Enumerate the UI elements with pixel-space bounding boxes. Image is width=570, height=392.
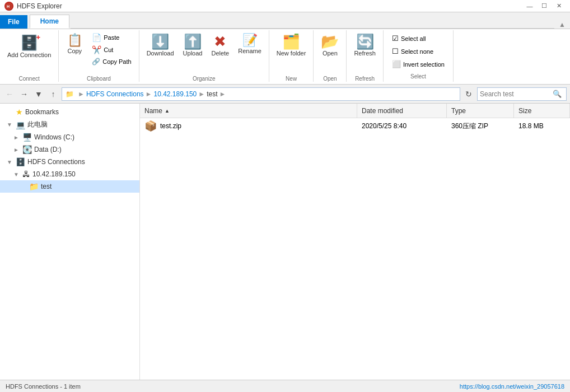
ribbon-select-group: ☑ Select all ☐ Select none ⬜ Invert sele… [384, 30, 454, 82]
select-none-label: Select none [401, 48, 433, 55]
copy-path-label: Copy Path [102, 58, 131, 65]
close-button[interactable]: ✕ [552, 2, 566, 11]
expand-icon-d: ► [13, 147, 20, 153]
sidebar-item-test[interactable]: 📁 test [0, 180, 139, 193]
drive-icon-d: 💽 [22, 145, 32, 154]
paste-label: Paste [104, 34, 119, 41]
tab-bar: File Home ▲ [0, 12, 570, 29]
address-refresh-button[interactable]: ↻ [462, 88, 475, 100]
ribbon-clipboard-items: 📋 Copy 📄 Paste ✂️ Cut 🔗 Copy Path [62, 31, 135, 74]
sort-arrow: ▲ [165, 108, 170, 114]
addressbar-area: ← → ▼ ↑ 📁 ► HDFS Connections ► 10.42.189… [0, 85, 570, 104]
add-connection-button[interactable]: 🗄️ + Add Connection [3, 31, 55, 62]
ribbon-refresh-group: 🔄 Refresh Refresh [347, 30, 384, 82]
new-folder-button[interactable]: 🗂️ New folder [273, 31, 310, 60]
sidebar-item-this-pc[interactable]: ▼ 💻 此电脑 [0, 118, 139, 131]
tab-file[interactable]: File [0, 15, 27, 29]
ribbon-collapse-button[interactable]: ▲ [554, 21, 570, 29]
refresh-button[interactable]: 🔄 Refresh [350, 31, 380, 60]
ribbon: 🗄️ + Add Connection Connect 📋 Copy 📄 Pas… [0, 29, 570, 85]
address-bar[interactable]: 📁 ► HDFS Connections ► 10.42.189.150 ► t… [62, 87, 460, 101]
copy-path-icon: 🔗 [92, 58, 100, 66]
upload-icon: ⬆️ [184, 34, 202, 49]
clipboard-group-label: Clipboard [87, 76, 111, 82]
file-name: 📦 test.zip [140, 120, 357, 132]
rename-icon: 📝 [242, 34, 258, 46]
file-list-header: Name ▲ Date modified Type Size [140, 104, 570, 118]
table-row[interactable]: 📦 test.zip 2020/5/25 8:40 360压缩 ZIP 18.8… [140, 118, 570, 134]
select-all-button[interactable]: ☑ Select all [388, 32, 448, 44]
crumb-ip[interactable]: 10.42.189.150 [154, 90, 197, 98]
sidebar-item-hdfs[interactable]: ▼ 🗄️ HDFS Connections [0, 156, 139, 168]
col-date-label: Date modified [362, 107, 403, 115]
sidebar-item-bookmarks[interactable]: ★ Bookmarks [0, 106, 139, 118]
sidebar-item-data-d[interactable]: ► 💽 Data (D:) [0, 143, 139, 156]
sidebar-item-ip[interactable]: ▼ 🖧 10.42.189.150 [0, 168, 139, 180]
forward-button[interactable]: → [18, 88, 30, 100]
col-header-name[interactable]: Name ▲ [140, 104, 357, 118]
file-type: 360压缩 ZIP [447, 122, 514, 131]
file-date: 2020/5/25 8:40 [357, 122, 447, 130]
cut-button[interactable]: ✂️ Cut [88, 44, 135, 56]
refresh-group-label: Refresh [355, 76, 375, 82]
col-header-type[interactable]: Type [447, 104, 514, 118]
up-button[interactable]: ↑ [47, 88, 59, 100]
select-all-icon: ☑ [392, 34, 399, 43]
col-header-size[interactable]: Size [514, 104, 570, 118]
select-none-button[interactable]: ☐ Select none [388, 45, 448, 57]
crumb-hdfs[interactable]: HDFS Connections [86, 90, 144, 98]
search-icon[interactable]: 🔍 [553, 90, 562, 98]
connect-group-label: Connect [19, 76, 40, 82]
download-label: Download [147, 50, 174, 57]
paste-icon: 📄 [92, 33, 101, 42]
app-title: HDFS Explorer [17, 2, 62, 10]
ribbon-clipboard-group: 📋 Copy 📄 Paste ✂️ Cut 🔗 Copy Path Clipbo… [59, 30, 139, 82]
expand-icon-ip: ▼ [13, 171, 20, 178]
invert-selection-button[interactable]: ⬜ Invert selection [388, 58, 448, 70]
maximize-button[interactable]: ☐ [538, 2, 551, 11]
search-input[interactable] [480, 90, 553, 98]
ribbon-connect-items: 🗄️ + Add Connection [3, 31, 55, 74]
tab-home[interactable]: Home [30, 15, 69, 29]
hdfs-icon: 🗄️ [16, 157, 25, 166]
title-bar: H HDFS Explorer — ☐ ✕ [0, 0, 570, 12]
search-bar: 🔍 [477, 87, 567, 101]
ribbon-open-group: 📂 Open Open [314, 30, 347, 82]
col-type-label: Type [451, 107, 466, 115]
back-button[interactable]: ← [3, 88, 16, 100]
delete-button[interactable]: ✖ Delete [207, 31, 233, 60]
ribbon-organize-group: ⬇️ Download ⬆️ Upload ✖ Delete 📝 Rename … [139, 30, 269, 82]
refresh-label: Refresh [354, 50, 376, 57]
select-none-icon: ☐ [392, 47, 399, 55]
ip-label: 10.42.189.150 [32, 170, 76, 178]
copy-path-button[interactable]: 🔗 Copy Path [88, 56, 135, 67]
col-header-date[interactable]: Date modified [357, 104, 447, 118]
minimize-button[interactable]: — [523, 2, 536, 11]
ribbon-open-items: 📂 Open [317, 31, 343, 74]
hdfs-label: HDFS Connections [27, 158, 85, 166]
delete-label: Delete [211, 50, 229, 57]
plus-icon: + [36, 33, 41, 41]
open-button[interactable]: 📂 Open [317, 31, 343, 60]
sidebar-item-windows-c[interactable]: ► 🖥️ Windows (C:) [0, 131, 139, 143]
new-folder-label: New folder [277, 50, 306, 57]
file-area: Name ▲ Date modified Type Size 📦 test.zi… [140, 104, 570, 380]
upload-label: Upload [183, 50, 203, 57]
title-bar-left: H HDFS Explorer [4, 2, 62, 11]
new-folder-icon: 🗂️ [282, 34, 300, 49]
copy-button[interactable]: 📋 Copy [62, 31, 87, 58]
add-connection-label: Add Connection [7, 52, 51, 59]
crumb-current: test [207, 90, 217, 98]
upload-button[interactable]: ⬆️ Upload [179, 31, 207, 60]
dropdown-button[interactable]: ▼ [32, 88, 45, 100]
add-connection-icon: 🗄️ + [20, 34, 38, 52]
data-label: Data (D:) [34, 146, 62, 153]
computer-icon: 💻 [16, 120, 25, 129]
file-size: 18.8 MB [514, 122, 570, 130]
select-all-label: Select all [401, 35, 426, 42]
download-button[interactable]: ⬇️ Download [143, 31, 178, 60]
rename-button[interactable]: 📝 Rename [234, 31, 265, 58]
paste-button[interactable]: 📄 Paste [88, 31, 135, 44]
svg-text:H: H [7, 4, 10, 8]
delete-icon: ✖ [214, 34, 226, 49]
